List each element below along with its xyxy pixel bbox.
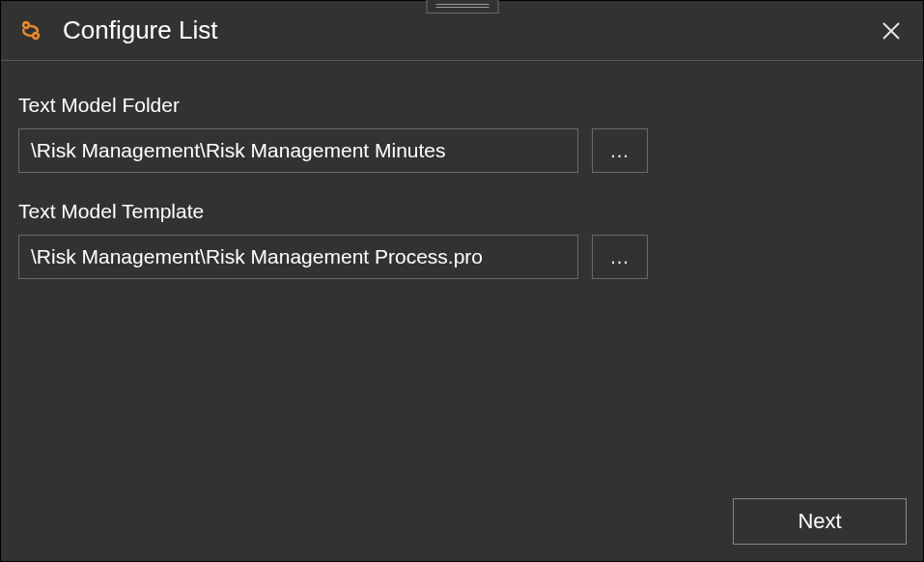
dialog-footer: Next bbox=[733, 498, 907, 545]
svg-point-1 bbox=[24, 23, 27, 26]
close-button[interactable] bbox=[877, 16, 906, 45]
folder-browse-button[interactable]: ... bbox=[592, 128, 648, 173]
app-icon bbox=[16, 16, 45, 45]
folder-row: ... bbox=[18, 128, 906, 173]
dialog-title: Configure List bbox=[63, 15, 217, 45]
template-browse-button[interactable]: ... bbox=[592, 235, 648, 279]
dialog-content: Text Model Folder ... Text Model Templat… bbox=[1, 61, 923, 279]
next-button[interactable]: Next bbox=[733, 498, 907, 545]
svg-point-3 bbox=[34, 34, 37, 37]
close-icon bbox=[881, 20, 902, 42]
template-input[interactable] bbox=[18, 235, 578, 279]
field-template: Text Model Template ... bbox=[18, 200, 906, 279]
template-label: Text Model Template bbox=[18, 200, 906, 223]
field-folder: Text Model Folder ... bbox=[18, 94, 906, 173]
dialog-header: Configure List bbox=[1, 1, 923, 61]
folder-input[interactable] bbox=[18, 128, 578, 173]
template-row: ... bbox=[18, 235, 906, 279]
folder-label: Text Model Folder bbox=[18, 94, 906, 117]
